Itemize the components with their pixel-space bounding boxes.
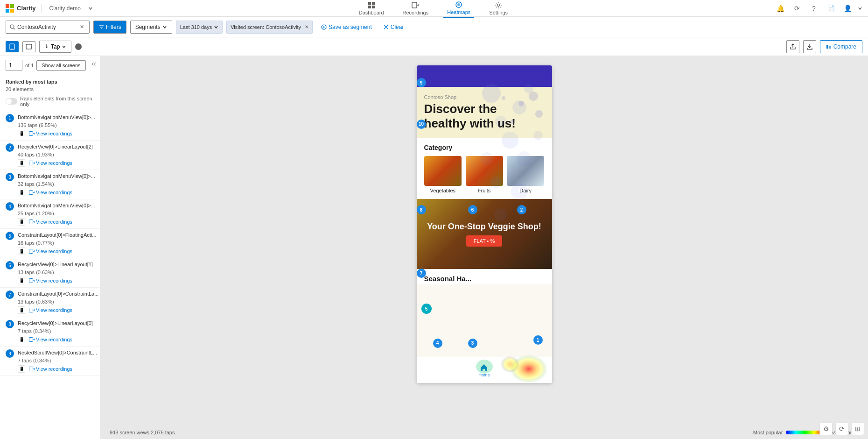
- main-nav: Dashboard Recordings Heatmaps Settings: [97, 0, 770, 18]
- nav-settings[interactable]: Settings: [485, 0, 511, 17]
- save-segment-button[interactable]: Save as segment: [316, 22, 377, 32]
- bottom-right-icons: ⚙ ⟳ ⊞: [819, 422, 864, 435]
- view-recordings-link[interactable]: View recordings: [29, 219, 72, 225]
- item-name: NestedScrollView[0]>ConstraintL...: [18, 349, 97, 356]
- notification-icon[interactable]: 🔔: [774, 2, 787, 15]
- tablet-view-button[interactable]: [22, 41, 35, 52]
- view-recordings-link[interactable]: View recordings: [29, 131, 72, 136]
- list-item[interactable]: 9 NestedScrollView[0]>ConstraintL... 7 t…: [0, 347, 100, 376]
- app-title: Clarity: [17, 5, 35, 12]
- screen-views: 948 screen views: [110, 430, 149, 435]
- visited-screen-tag[interactable]: Visited screen: ContosoActivity ✕: [226, 21, 313, 34]
- phone-container: Contoso Shop Discover the healthy with u…: [417, 65, 552, 383]
- list-item[interactable]: 3 BottomNavigationMenuView[0]>... 32 tap…: [0, 170, 100, 199]
- recordings-icon: [29, 308, 35, 312]
- svg-rect-5: [372, 2, 375, 5]
- dairy-label: Dairy: [519, 188, 532, 193]
- view-recordings-link[interactable]: View recordings: [29, 278, 72, 283]
- demo-label: Clarity demo: [45, 5, 84, 12]
- elements-count: 20 elements: [0, 86, 100, 94]
- category-dairy[interactable]: Dairy: [507, 156, 545, 193]
- phone-icon: 📱: [18, 248, 25, 255]
- view-recordings-link[interactable]: View recordings: [29, 337, 72, 342]
- view-recordings-link[interactable]: View recordings: [29, 160, 72, 166]
- sidebar-collapse-button[interactable]: ‹‹: [92, 60, 96, 67]
- category-vegetables[interactable]: Vegetables: [424, 156, 462, 193]
- recordings-icon: [29, 367, 35, 371]
- item-taps: 7 taps (0.34%): [6, 328, 94, 334]
- svg-rect-43: [29, 338, 33, 342]
- bottom-icon-1[interactable]: ⚙: [819, 422, 833, 435]
- item-number: 2: [6, 143, 14, 152]
- view-recordings-link[interactable]: View recordings: [29, 366, 72, 372]
- phone-icon: 📱: [18, 277, 25, 284]
- search-clear-icon[interactable]: ✕: [80, 24, 84, 30]
- svg-rect-39: [29, 279, 33, 283]
- nav-heatmaps[interactable]: Heatmaps: [443, 0, 474, 18]
- clear-button[interactable]: Clear: [380, 22, 407, 32]
- list-item[interactable]: 2 RecyclerView[0]>LinearLayout[2] 40 tap…: [0, 141, 100, 170]
- view-recordings-link[interactable]: View recordings: [29, 190, 72, 195]
- document-icon[interactable]: 📄: [824, 2, 837, 15]
- bubble-1: 1: [533, 335, 543, 345]
- decorative-dot: [510, 120, 515, 124]
- app-header: [417, 65, 552, 87]
- account-icon[interactable]: 👤: [841, 2, 854, 15]
- phone-icon: 📱: [18, 189, 25, 196]
- bottom-icon-2[interactable]: ⟳: [835, 422, 848, 435]
- date-filter-tag[interactable]: Last 310 days: [176, 21, 223, 34]
- compare-button[interactable]: Compare: [820, 40, 862, 53]
- svg-marker-36: [33, 221, 35, 223]
- nav-dashboard[interactable]: Dashboard: [355, 0, 388, 17]
- item-number: 8: [6, 320, 14, 328]
- phone-icon: 📱: [18, 365, 25, 373]
- filters-button[interactable]: Filters: [93, 21, 126, 34]
- phone-icon: 📱: [18, 159, 25, 167]
- help-icon[interactable]: ?: [807, 2, 820, 15]
- list-item[interactable]: 1 BottomNavigationMenuView[0]>... 136 ta…: [0, 111, 100, 141]
- list-item[interactable]: 7 ConstraintLayout[0]>ConstraintLa... 13…: [0, 288, 100, 317]
- download-button[interactable]: [803, 40, 816, 53]
- view-recordings-link[interactable]: View recordings: [29, 307, 72, 313]
- view-recordings-link[interactable]: View recordings: [29, 248, 72, 254]
- phone-view-button[interactable]: [6, 41, 19, 52]
- bubble-4: 4: [433, 339, 442, 348]
- compare-icon: [826, 44, 832, 50]
- bottom-stats: 948 screen views 2,076 taps Most popular…: [100, 430, 868, 435]
- visited-screen-close-icon[interactable]: ✕: [305, 24, 308, 29]
- search-input[interactable]: [17, 24, 78, 30]
- bubble-3: 3: [468, 339, 477, 348]
- app-banner[interactable]: Your One-Stop Veggie Shop! FLAT • %: [417, 199, 552, 269]
- date-filter-label: Last 310 days: [180, 24, 212, 30]
- nav-recordings[interactable]: Recordings: [399, 0, 433, 17]
- svg-rect-33: [29, 191, 33, 195]
- svg-marker-38: [33, 250, 35, 252]
- app-hero: Contoso Shop Discover the healthy with u…: [417, 87, 552, 138]
- bubble-10: 10: [417, 120, 426, 129]
- svg-line-14: [14, 28, 15, 29]
- page-input[interactable]: [6, 60, 22, 71]
- banner-content: Your One-Stop Veggie Shop! FLAT • %: [427, 222, 541, 247]
- app-logo: Clarity: [6, 4, 42, 13]
- search-box[interactable]: ✕: [6, 21, 90, 34]
- filters-label: Filters: [106, 24, 121, 30]
- rank-toggle[interactable]: [6, 98, 17, 105]
- show-all-screens-button[interactable]: Show all screens: [36, 60, 85, 71]
- bottom-icon-3[interactable]: ⊞: [851, 422, 864, 435]
- share-icon[interactable]: ⟳: [791, 2, 804, 15]
- save-icon: [321, 24, 327, 30]
- tap-button[interactable]: Tap: [39, 41, 71, 53]
- list-item[interactable]: 4 BottomNavigationMenuView[0]>... 25 tap…: [0, 199, 100, 229]
- bubble-6: 6: [468, 205, 477, 214]
- svg-rect-8: [412, 2, 417, 8]
- decorative-dot: [502, 96, 505, 100]
- segments-button[interactable]: Segments: [130, 21, 172, 34]
- share-button[interactable]: [786, 40, 799, 53]
- list-item[interactable]: 8 RecyclerView[0]>LinearLayout[0] 7 taps…: [0, 317, 100, 347]
- list-item[interactable]: 5 ConstraintLayout[0]>FloatingActi... 16…: [0, 229, 100, 258]
- item-taps: 32 taps (1.54%): [6, 181, 94, 187]
- category-fruits[interactable]: Fruits: [465, 156, 503, 193]
- item-number: 4: [6, 202, 14, 211]
- home-tab[interactable]: Home: [478, 363, 490, 377]
- list-item[interactable]: 6 RecyclerView[0]>LinearLayout[1] 13 tap…: [0, 258, 100, 288]
